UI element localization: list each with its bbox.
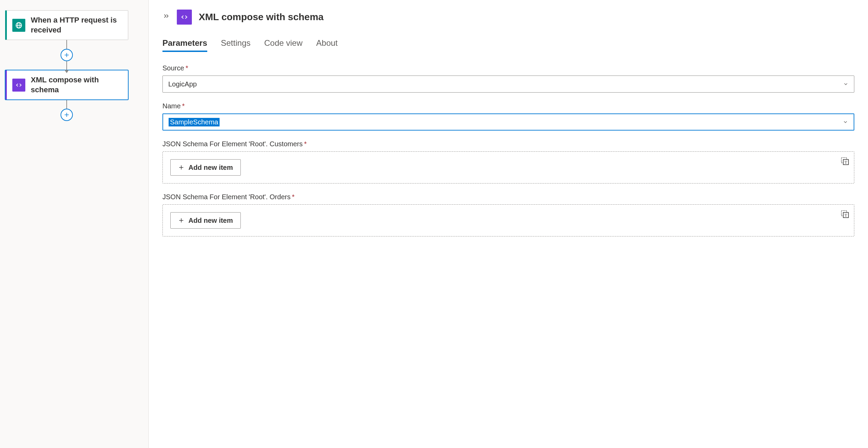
tab-settings[interactable]: Settings — [221, 38, 251, 52]
name-select[interactable]: SampleSchema — [162, 113, 854, 131]
field-label-orders: JSON Schema For Element 'Root'. Orders* — [162, 193, 854, 201]
collapse-panel-icon[interactable] — [162, 12, 170, 22]
tab-parameters[interactable]: Parameters — [162, 38, 207, 52]
required-marker: * — [292, 193, 294, 201]
field-customers: JSON Schema For Element 'Root'. Customer… — [162, 140, 854, 184]
switch-to-text-mode-icon[interactable]: T — [840, 209, 849, 218]
source-select-value: LogicApp — [168, 80, 197, 88]
source-select[interactable]: LogicApp — [162, 76, 854, 93]
globe-icon — [12, 19, 25, 32]
field-orders: JSON Schema For Element 'Root'. Orders* … — [162, 193, 854, 236]
add-step-button-end[interactable] — [61, 109, 73, 121]
field-source: Source* LogicApp — [162, 64, 854, 93]
details-header: XML compose with schema — [162, 10, 854, 25]
designer-canvas: When a HTTP request is received XML comp… — [0, 0, 149, 448]
add-step-button[interactable] — [61, 49, 73, 61]
orders-array-box: Add new item T — [162, 204, 854, 236]
customers-array-box: Add new item T — [162, 151, 854, 184]
svg-text:T: T — [844, 213, 847, 218]
code-brackets-icon — [177, 10, 192, 25]
field-name: Name* SampleSchema — [162, 102, 854, 131]
required-marker: * — [182, 102, 185, 110]
add-customer-item-button[interactable]: Add new item — [170, 159, 241, 176]
app-root: When a HTTP request is received XML comp… — [0, 0, 868, 448]
trigger-node-title: When a HTTP request is received — [31, 15, 122, 35]
trigger-node-http-request[interactable]: When a HTTP request is received — [5, 10, 128, 40]
required-marker: * — [304, 140, 307, 148]
add-order-item-button[interactable]: Add new item — [170, 212, 241, 229]
details-title: XML compose with schema — [199, 12, 324, 23]
action-node-xml-compose[interactable]: XML compose with schema — [5, 70, 128, 100]
details-panel: XML compose with schema Parameters Setti… — [149, 0, 868, 448]
tab-code-view[interactable]: Code view — [264, 38, 302, 52]
action-node-title: XML compose with schema — [31, 75, 122, 95]
field-label-source: Source* — [162, 64, 854, 72]
field-label-customers: JSON Schema For Element 'Root'. Customer… — [162, 140, 854, 148]
tabs: Parameters Settings Code view About — [162, 38, 854, 52]
switch-to-text-mode-icon[interactable]: T — [840, 157, 849, 165]
code-brackets-icon — [12, 79, 25, 92]
svg-text:T: T — [844, 160, 847, 165]
connector-end — [5, 100, 128, 121]
required-marker: * — [185, 64, 188, 72]
tab-about[interactable]: About — [316, 38, 338, 52]
chevron-down-icon — [843, 81, 849, 87]
chevron-down-icon — [843, 119, 848, 125]
connector — [5, 40, 128, 70]
name-select-value: SampleSchema — [169, 118, 220, 126]
field-label-name: Name* — [162, 102, 854, 110]
